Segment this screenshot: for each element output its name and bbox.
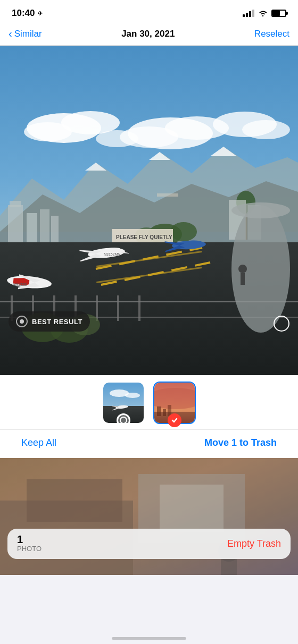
svg-rect-34 <box>96 295 98 321</box>
svg-rect-59 <box>157 406 161 416</box>
svg-rect-11 <box>10 201 21 207</box>
chevron-left-icon: ‹ <box>9 28 12 40</box>
thumbnail-1-select[interactable] <box>117 413 130 427</box>
svg-point-9 <box>96 130 138 147</box>
svg-rect-35 <box>117 295 119 321</box>
svg-point-53 <box>125 393 140 398</box>
signal-bars-icon <box>243 10 254 17</box>
status-time: 10:40 ✈ <box>12 8 43 19</box>
thumbnails-row <box>0 375 298 429</box>
thumbnail-2-select[interactable] <box>168 413 181 427</box>
status-bar: 10:40 ✈ <box>0 0 298 23</box>
nav-title: Jan 30, 2021 <box>121 29 175 39</box>
svg-text:N3152MV: N3152MV <box>104 252 120 256</box>
actions-row: Keep All Move 1 to Trash <box>0 429 298 458</box>
svg-rect-60 <box>163 409 166 416</box>
svg-rect-64 <box>27 479 122 522</box>
thumbnail-2[interactable] <box>153 382 196 424</box>
trash-label: PHOTO <box>17 545 42 554</box>
svg-point-17 <box>170 222 197 241</box>
wifi-icon <box>258 9 268 18</box>
empty-trash-button[interactable]: Empty Trash <box>227 538 281 549</box>
svg-rect-15 <box>157 193 178 197</box>
time-label: 10:40 <box>12 8 35 19</box>
svg-point-3 <box>24 122 72 141</box>
svg-point-8 <box>242 120 290 139</box>
svg-point-57 <box>154 388 196 409</box>
svg-text:PLEASE FLY QUIETLY: PLEASE FLY QUIETLY <box>116 234 172 240</box>
svg-point-46 <box>238 265 247 273</box>
svg-rect-47 <box>241 273 245 285</box>
signal-bar-4 <box>252 10 254 17</box>
location-icon: ✈ <box>38 10 43 17</box>
keep-all-button[interactable]: Keep All <box>21 437 56 448</box>
svg-rect-66 <box>160 485 224 532</box>
battery-icon <box>271 10 286 17</box>
best-result-dot-icon <box>16 316 28 327</box>
main-photo: PLEASE FLY QUIETLY N3152MV <box>0 46 298 375</box>
best-result-label: BEST RESULT <box>32 318 82 326</box>
back-button[interactable]: ‹ Similar <box>9 28 42 40</box>
photo-select-circle[interactable] <box>274 316 289 332</box>
thumbnail-1[interactable] <box>102 382 145 424</box>
svg-rect-13 <box>40 209 49 248</box>
nav-bar: ‹ Similar Jan 30, 2021 Reselect <box>0 23 298 46</box>
move-to-trash-button[interactable]: Move 1 to Trash <box>204 437 277 448</box>
signal-bar-2 <box>246 13 248 17</box>
trash-section: 1 PHOTO Empty Trash <box>0 458 298 575</box>
signal-bar-3 <box>249 11 251 17</box>
best-result-badge: BEST RESULT <box>9 311 90 332</box>
svg-rect-10 <box>8 205 23 248</box>
svg-point-55 <box>120 417 127 423</box>
svg-text:N9132B: N9132B <box>13 283 27 286</box>
svg-rect-36 <box>138 295 140 321</box>
trash-bar: 1 PHOTO Empty Trash <box>7 529 291 559</box>
home-indicator <box>112 637 186 640</box>
svg-point-45 <box>231 202 290 218</box>
status-icons <box>243 9 286 18</box>
svg-rect-68 <box>221 559 237 575</box>
signal-bar-1 <box>243 14 245 17</box>
trash-number: 1 <box>17 534 42 545</box>
trash-count: 1 PHOTO <box>17 534 42 554</box>
back-label: Similar <box>14 29 42 39</box>
reselect-button[interactable]: Reselect <box>254 29 289 39</box>
